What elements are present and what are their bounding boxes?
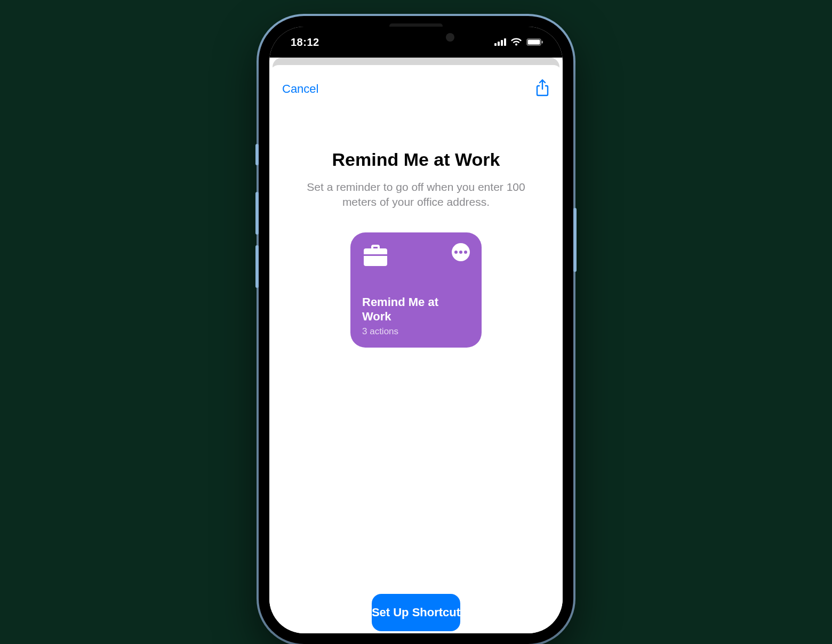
phone-screen: 18:12 Cancel Re [269,27,563,633]
power-button [573,208,577,272]
svg-rect-5 [528,40,540,45]
status-time: 18:12 [291,36,319,49]
briefcase-icon [362,243,389,268]
phone-device-frame: 18:12 Cancel Re [259,16,573,644]
status-indicators [494,38,543,46]
more-options-button[interactable] [452,243,470,261]
battery-icon [526,38,543,46]
front-camera [446,33,454,42]
svg-rect-0 [494,43,497,46]
modal-sheet: Cancel Remind Me at Work Set a reminder … [269,65,563,633]
cancel-button[interactable]: Cancel [282,82,318,96]
svg-rect-1 [498,42,500,46]
volume-up-button [255,192,259,235]
card-title: Remind Me at Work [362,295,470,324]
cellular-icon [494,38,506,46]
ellipsis-icon [454,251,467,254]
wifi-icon [510,38,522,46]
display-notch [357,27,475,49]
silence-switch [255,144,259,165]
card-subtitle: 3 actions [362,326,470,337]
svg-rect-2 [501,40,503,46]
set-up-shortcut-button[interactable]: Set Up Shortcut [372,594,460,631]
sheet-content: Remind Me at Work Set a reminder to go o… [282,101,550,633]
svg-rect-3 [504,38,506,46]
card-header-row [362,243,470,268]
sheet-navigation-bar: Cancel [282,77,550,101]
shortcut-preview-card[interactable]: Remind Me at Work 3 actions [350,232,482,348]
volume-down-button [255,245,259,288]
card-text-block: Remind Me at Work 3 actions [362,295,470,337]
share-button[interactable] [535,79,550,99]
svg-rect-6 [542,41,543,44]
page-title: Remind Me at Work [332,149,500,170]
page-description: Set a reminder to go off when you enter … [304,180,528,210]
